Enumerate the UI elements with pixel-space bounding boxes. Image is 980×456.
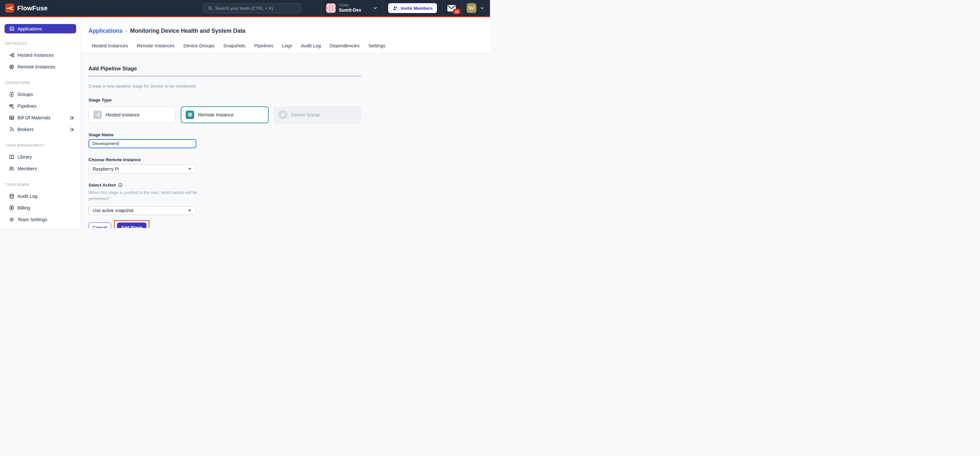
tab-hosted-instances[interactable]: Hosted Instances [92, 43, 128, 53]
breadcrumb-separator: › [126, 28, 127, 34]
sidebar-item-label: Members [18, 166, 37, 171]
stage-type-option-label: Hosted Instance [106, 112, 140, 117]
book-icon [9, 154, 14, 160]
tab-bar: Hosted Instances Remote Instances Device… [92, 43, 490, 53]
table-icon [9, 115, 14, 121]
chip-group-icon [279, 111, 287, 119]
sidebar-item-label: Brokers [18, 127, 34, 132]
chip-icon [186, 111, 194, 119]
team-avatar [326, 3, 336, 13]
user-menu[interactable]: SU [462, 0, 490, 16]
sidebar-section-team-admin: TEAM ADMIN [5, 183, 75, 187]
action-select[interactable]: Use active snapshot [89, 206, 196, 215]
remote-instance-value: Raspberry Pi [93, 166, 119, 172]
search-input[interactable] [215, 6, 298, 11]
cancel-button[interactable]: Cancel [89, 223, 111, 228]
brand-home-link[interactable]: FlowFuse [5, 3, 48, 13]
sidebar-item-groups[interactable]: Groups [0, 89, 81, 100]
pipelines-icon [9, 103, 14, 109]
top-navbar: FlowFuse [0, 0, 490, 17]
user-plus-icon [393, 5, 398, 11]
sidebar-item-applications[interactable]: Applications [5, 24, 76, 33]
stage-type-label: Stage Type [89, 97, 490, 102]
sidebar-item-hosted-instances[interactable]: Hosted Instances [0, 49, 81, 61]
remote-instance-select[interactable]: Raspberry Pi [89, 164, 196, 174]
sidebar-item-members[interactable]: Members [0, 163, 81, 174]
sidebar-item-brokers[interactable]: Brokers [0, 124, 81, 135]
main-panel: Applications › Monitoring Device Health … [81, 17, 490, 228]
database-icon [9, 193, 14, 199]
stage-type-remote-instance[interactable]: Remote Instance [181, 106, 268, 123]
sidebar-item-remote-instances[interactable]: Remote Instances [0, 61, 81, 73]
select-action-label-text: Select Action [89, 183, 116, 187]
tab-dependencies[interactable]: Dependencies [329, 43, 360, 53]
search-box[interactable] [204, 3, 301, 13]
sidebar-item-audit-log[interactable]: Audit Log [0, 190, 81, 202]
notification-count-badge: 15 [453, 9, 460, 14]
sidebar-item-label: Applications [18, 26, 42, 32]
flowfuse-logo-icon [5, 3, 14, 13]
select-action-label: Select Action [89, 183, 490, 187]
breadcrumb: Applications › Monitoring Device Health … [89, 27, 490, 34]
stage-name-input[interactable]: Development [89, 139, 196, 148]
tab-remote-instances[interactable]: Remote Instances [137, 43, 175, 53]
chip-icon [9, 64, 14, 70]
gear-icon [9, 217, 14, 223]
sidebar-section-operations: OPERATIONS [5, 81, 75, 85]
notifications-button[interactable]: 15 [443, 0, 462, 16]
chevron-down-icon [187, 208, 192, 213]
form-actions: Cancel Add Stage [89, 220, 490, 228]
stage-type-option-label: Device Group [291, 112, 320, 117]
invite-members-button[interactable]: Invite Members [388, 3, 437, 13]
dollar-icon [9, 205, 14, 211]
sparkles-icon [69, 127, 75, 132]
sidebar-section-instances: INSTANCES [5, 41, 75, 45]
stage-type-hosted-instance[interactable]: Hosted Instance [89, 106, 176, 123]
brand-name: FlowFuse [17, 5, 48, 12]
navbar-right-group: TEAM: Sumit-Dev Invite Members [321, 0, 490, 16]
sidebar-item-team-settings[interactable]: Team Settings [0, 214, 81, 225]
form-divider [89, 76, 361, 77]
tab-pipelines[interactable]: Pipelines [254, 43, 273, 53]
invite-members-label: Invite Members [401, 6, 433, 11]
add-stage-button[interactable]: Add Stage [117, 223, 146, 228]
stage-name-value: Development [92, 141, 118, 146]
tab-audit-log[interactable]: Audit Log [301, 43, 321, 53]
tab-snapshots[interactable]: Snapshots [223, 43, 246, 53]
select-action-help: When this stage is pushed to the next, w… [89, 190, 198, 202]
chip-group-icon [9, 91, 14, 97]
applications-icon [9, 26, 14, 32]
info-icon[interactable] [118, 183, 123, 187]
stage-type-option-label: Remote Instance [198, 112, 234, 117]
sidebar: Applications INSTANCES Hosted Instances … [0, 17, 81, 228]
rss-icon [9, 126, 14, 132]
sparkles-icon [69, 115, 75, 121]
sidebar-item-pipelines[interactable]: Pipelines [0, 100, 81, 112]
user-avatar: SU [467, 3, 476, 13]
page-title: Monitoring Device Health and System Data [130, 27, 245, 34]
sidebar-item-label: Audit Log [18, 194, 37, 199]
sidebar-item-library[interactable]: Library [0, 151, 81, 163]
tab-settings[interactable]: Settings [369, 43, 385, 53]
sidebar-item-label: Hosted Instances [18, 53, 54, 58]
sidebar-item-label: Billing [18, 205, 30, 210]
tab-device-groups[interactable]: Device Groups [183, 43, 215, 53]
sidebar-item-label: Library [18, 155, 32, 159]
users-icon [9, 166, 14, 172]
add-pipeline-stage-form: Add Pipeline Stage Create a new pipeline… [81, 65, 490, 228]
chevron-down-icon [373, 5, 378, 11]
team-selector[interactable]: TEAM: Sumit-Dev [321, 0, 382, 16]
click-annotation-box: Add Stage [114, 220, 150, 228]
main-header: Applications › Monitoring Device Health … [81, 17, 490, 53]
sidebar-section-team-management: TEAM MANAGEMENT [5, 143, 75, 147]
form-title: Add Pipeline Stage [89, 65, 490, 72]
sidebar-item-billing[interactable]: Billing [0, 202, 81, 214]
sidebar-item-label: Bill Of Materials [18, 115, 51, 120]
search-icon [207, 6, 213, 11]
pipe-icon [93, 111, 102, 119]
sidebar-item-label: Groups [18, 92, 33, 97]
tab-logs[interactable]: Logs [282, 43, 292, 53]
sidebar-item-bill-of-materials[interactable]: Bill Of Materials [0, 112, 81, 124]
breadcrumb-applications-link[interactable]: Applications [89, 27, 123, 34]
chevron-down-icon [480, 5, 485, 11]
